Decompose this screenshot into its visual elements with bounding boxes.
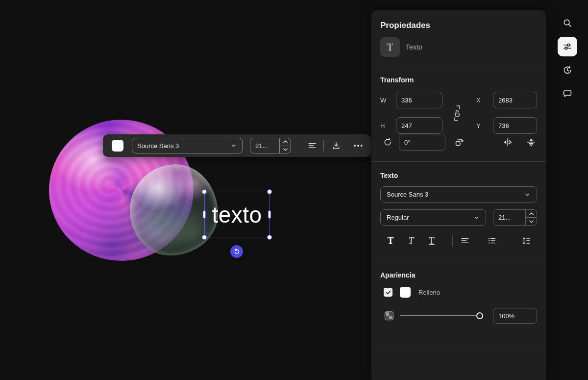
- width-input[interactable]: 336: [396, 92, 442, 108]
- text-style-row: T T T: [380, 233, 537, 248]
- align-lines-icon: [307, 141, 317, 151]
- selection-handle-bottom-left[interactable]: [202, 235, 207, 240]
- width-label: W: [380, 97, 388, 104]
- line-spacing-button[interactable]: [520, 235, 532, 247]
- right-rail: [558, 13, 577, 103]
- history-button[interactable]: [558, 60, 577, 80]
- comment-icon: [562, 88, 573, 99]
- transform-heading: Transform: [380, 76, 537, 84]
- y-label: Y: [476, 122, 484, 129]
- height-label: H: [380, 122, 388, 129]
- opacity-row: 100%: [380, 307, 537, 324]
- text-object-icon: T: [380, 37, 400, 57]
- canvas-text[interactable]: texto: [205, 192, 269, 237]
- font-family-select[interactable]: Source Sans 3: [132, 138, 243, 153]
- selected-object-label: Texto: [406, 43, 422, 51]
- rotation-input[interactable]: 0°: [399, 134, 445, 151]
- bold-button[interactable]: T: [385, 234, 396, 247]
- panel-font-size-stepper: [525, 210, 537, 225]
- x-label: X: [476, 97, 484, 104]
- rotate-ccw-icon: [233, 248, 241, 255]
- constrain-proportions-button[interactable]: [451, 104, 463, 123]
- transform-grid: W 336 X 2683 H 247 Y 736: [380, 92, 537, 151]
- font-size-value: 21...: [250, 138, 279, 153]
- x-input[interactable]: 2683: [493, 92, 537, 108]
- italic-button[interactable]: T: [405, 234, 417, 247]
- text-section-heading: Texto: [380, 172, 537, 179]
- properties-panel: Propiedades T Texto Transform W 336 X 26…: [371, 10, 546, 380]
- history-icon: [562, 65, 573, 76]
- fill-label: Relleno: [418, 289, 440, 296]
- selection-handle-bottom-right[interactable]: [267, 235, 272, 240]
- fill-row: Relleno: [380, 287, 537, 298]
- panel-font-size-decrease-button[interactable]: [526, 217, 537, 225]
- panel-font-size-spinner[interactable]: 21...: [493, 209, 537, 226]
- properties-button[interactable]: [558, 37, 577, 56]
- opacity-slider[interactable]: [400, 312, 483, 320]
- panel-text-align-button[interactable]: [459, 235, 471, 247]
- text-floating-toolbar: Source Sans 3 21...: [103, 134, 371, 157]
- download-button[interactable]: [331, 140, 342, 151]
- style-separator: [452, 235, 453, 246]
- flip-horizontal-button[interactable]: [502, 136, 514, 148]
- text-align-button[interactable]: [307, 140, 318, 151]
- panel-font-family-select[interactable]: Source Sans 3: [380, 186, 537, 203]
- panel-font-family-value: Source Sans 3: [387, 191, 428, 198]
- divider: [371, 66, 546, 66]
- y-input[interactable]: 736: [493, 117, 537, 134]
- font-size-increase-button[interactable]: [280, 138, 291, 146]
- selection-handle-top-right[interactable]: [267, 189, 272, 194]
- panel-title: Propiedades: [380, 10, 537, 30]
- fill-color-swatch[interactable]: [400, 287, 411, 298]
- chevron-down-icon: [473, 214, 480, 221]
- divider: [371, 261, 546, 261]
- line-spacing-icon: [521, 236, 531, 246]
- selection-handle-mid-right[interactable]: [268, 210, 271, 219]
- flip-vertical-button[interactable]: [525, 136, 537, 148]
- font-size-decrease-button[interactable]: [280, 146, 291, 153]
- list-button[interactable]: [486, 235, 498, 247]
- selection-handle-top-left[interactable]: [202, 189, 207, 194]
- rotate-handle[interactable]: [230, 245, 243, 258]
- rotation-icon: [382, 137, 393, 148]
- font-style-value: Regular: [387, 214, 409, 221]
- search-icon: [562, 18, 573, 28]
- height-input[interactable]: 247: [396, 117, 442, 134]
- panel-font-size-increase-button[interactable]: [526, 210, 537, 217]
- font-style-row: Regular 21...: [380, 209, 537, 226]
- lock-link-icon: [451, 104, 463, 123]
- transform-row-3: 0°: [380, 134, 537, 151]
- download-icon: [331, 141, 341, 151]
- opacity-slider-track[interactable]: [400, 315, 477, 316]
- opacity-slider-handle[interactable]: [476, 312, 483, 319]
- text-color-swatch[interactable]: [112, 140, 123, 152]
- divider: [371, 161, 546, 162]
- appearance-heading: Apariencia: [380, 271, 537, 279]
- font-size-spinner[interactable]: 21...: [250, 138, 291, 153]
- font-family-value: Source Sans 3: [137, 142, 179, 150]
- toolbar-separator: [323, 140, 324, 151]
- comments-button[interactable]: [558, 84, 577, 103]
- underline-button[interactable]: T: [426, 234, 438, 247]
- text-selection-box[interactable]: texto: [204, 192, 270, 237]
- opacity-checkerboard-icon: [384, 311, 394, 321]
- divider: [371, 346, 546, 346]
- selected-object-row: T Texto: [380, 37, 537, 57]
- chevron-down-icon: [230, 142, 237, 149]
- align-lines-icon: [460, 236, 470, 246]
- chevron-down-icon: [524, 191, 531, 198]
- more-options-button[interactable]: •••: [354, 142, 364, 150]
- sliders-icon: [562, 41, 573, 52]
- rotate-90-button[interactable]: [453, 136, 465, 148]
- selection-handle-mid-left[interactable]: [203, 210, 206, 219]
- panel-font-size-value: 21...: [493, 210, 525, 225]
- font-style-select[interactable]: Regular: [380, 209, 486, 226]
- search-button[interactable]: [558, 13, 577, 33]
- font-size-stepper: [279, 138, 291, 153]
- opacity-input[interactable]: 100%: [493, 308, 537, 324]
- bullet-list-icon: [487, 236, 497, 246]
- fill-checkbox[interactable]: [384, 288, 392, 297]
- check-icon: [385, 289, 392, 296]
